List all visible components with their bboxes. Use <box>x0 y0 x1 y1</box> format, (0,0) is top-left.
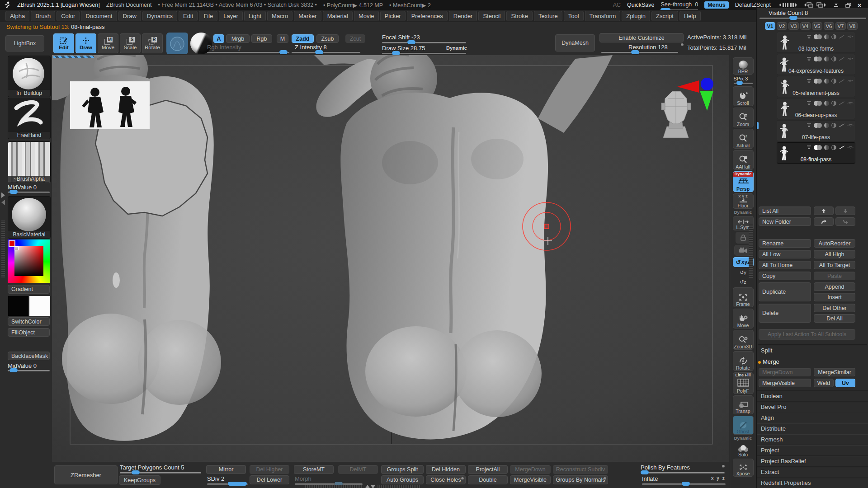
merge-down-button[interactable]: MergeDown <box>759 368 811 376</box>
eye-icon[interactable] <box>847 123 854 127</box>
transparency-button[interactable]: Transp <box>733 395 754 414</box>
brush-icon[interactable] <box>839 56 845 61</box>
zcut-toggle[interactable]: Zcut <box>345 34 365 43</box>
menu-preferences[interactable]: Preferences <box>407 11 448 21</box>
contrast-icon[interactable] <box>831 56 836 61</box>
gy-button[interactable]: ↺y <box>737 268 750 277</box>
inflate-slider[interactable] <box>642 483 726 485</box>
polish-by-features-slider[interactable] <box>641 472 725 474</box>
flatten-arrow-icon[interactable] <box>807 79 811 83</box>
projectall-button[interactable]: ProjectAll <box>468 465 508 474</box>
menus-toggle[interactable]: Menus <box>704 1 729 9</box>
contrast-icon[interactable] <box>831 123 836 128</box>
sdiv-slider[interactable] <box>207 483 248 485</box>
tab-v4[interactable]: V4 <box>800 22 811 30</box>
section-align[interactable]: Align <box>757 412 868 422</box>
eye-icon[interactable] <box>847 101 854 105</box>
auto-groups-button[interactable]: Auto Groups <box>381 475 424 484</box>
half-visibility-icon[interactable] <box>824 123 829 128</box>
double-button[interactable]: Double <box>468 475 508 484</box>
contrast-icon[interactable] <box>831 101 836 106</box>
right-tray-scrollbar[interactable] <box>749 224 753 278</box>
secondary-color-swatch[interactable] <box>29 296 51 316</box>
menu-document[interactable]: Document <box>81 11 117 21</box>
section-boolean[interactable]: Boolean <box>757 390 868 401</box>
gradient-button[interactable]: Gradient <box>8 285 50 294</box>
menu-dynamics[interactable]: Dynamics <box>142 11 177 21</box>
solo-button[interactable]: Solo <box>733 442 754 457</box>
draw-mode-button[interactable]: Draw <box>75 33 96 53</box>
half-visibility-icon[interactable] <box>824 101 829 106</box>
collapse-left-tray-icon[interactable] <box>777 2 797 8</box>
zsub-toggle[interactable]: Zsub <box>316 34 339 43</box>
move-3d-button[interactable]: Move <box>733 309 754 328</box>
weld-button[interactable]: Weld <box>814 379 834 387</box>
resolution-slider[interactable] <box>601 52 678 53</box>
all-to-home-button[interactable]: All To Home <box>759 261 811 269</box>
subtool-row[interactable]: 04-expressive-features <box>777 54 855 75</box>
menu-alpha[interactable]: Alpha <box>5 11 29 21</box>
polyframe-button[interactable]: Line Fill PolyF <box>733 372 754 394</box>
menu-brush[interactable]: Brush <box>31 11 55 21</box>
eye-icon[interactable] <box>847 57 854 61</box>
flatten-arrow-icon[interactable] <box>807 34 811 39</box>
subtool-row[interactable]: 07-life-pass <box>777 120 855 141</box>
xpose-button[interactable]: Xpose <box>733 459 754 477</box>
storemt-button[interactable]: StoreMT <box>294 465 334 474</box>
reconstruct-subdiv-button[interactable]: Reconstruct Subdiv <box>553 465 608 474</box>
current-material-sphere[interactable] <box>190 33 212 54</box>
mergevisible-button[interactable]: MergeVisible <box>510 475 551 484</box>
morph-slider[interactable] <box>295 483 363 485</box>
del-lower-button[interactable]: Del Lower <box>250 475 289 484</box>
del-higher-button[interactable]: Del Higher <box>250 465 289 474</box>
rename-button[interactable]: Rename <box>759 239 811 248</box>
del-other-button[interactable]: Del Other <box>814 304 855 312</box>
color-sv-square[interactable] <box>14 246 43 276</box>
eye-icon[interactable] <box>847 35 854 39</box>
tab-v7[interactable]: V7 <box>835 22 846 30</box>
panel-arrange-icons[interactable] <box>803 2 827 8</box>
move-down-folder-button[interactable] <box>835 217 855 226</box>
subtool-row[interactable]: 05-refinement-pass <box>777 76 855 97</box>
subtool-row[interactable]: 06-clean-up-pass <box>777 98 855 119</box>
section-distribute[interactable]: Distribute <box>757 423 868 433</box>
groups-by-normals-dot[interactable] <box>604 477 606 480</box>
tab-v3[interactable]: V3 <box>788 22 799 30</box>
list-all-button[interactable]: List All <box>759 206 811 215</box>
bottom-scrollbar-left[interactable] <box>305 485 363 488</box>
half-visibility-icon[interactable] <box>824 34 829 39</box>
move-subtool-up-button[interactable] <box>814 206 834 215</box>
menu-texture[interactable]: Texture <box>534 11 562 21</box>
move-mode-button[interactable]: M Move <box>98 33 118 53</box>
sculpt-scene[interactable] <box>52 55 729 462</box>
del-all-button[interactable]: Del All <box>814 314 855 323</box>
current-brush-preview[interactable] <box>166 33 188 54</box>
del-hidden-button[interactable]: Del Hidden <box>426 465 466 474</box>
menu-macro[interactable]: Macro <box>267 11 292 21</box>
backface-mask-button[interactable]: BackfaceMask <box>8 352 50 360</box>
switch-color-button[interactable]: SwitchColor <box>8 317 50 326</box>
close-holes-button[interactable]: Close Holes <box>426 475 466 484</box>
half-visibility-icon[interactable] <box>824 145 829 150</box>
brush-icon[interactable] <box>839 79 845 83</box>
flatten-arrow-icon[interactable] <box>807 56 811 61</box>
section-project[interactable]: Project <box>757 445 868 455</box>
default-zscript-button[interactable]: DefaultZScript <box>735 2 771 8</box>
delmt-button[interactable]: DelMT <box>338 465 378 474</box>
uv-button[interactable]: Uv <box>835 379 855 387</box>
zoom-button[interactable]: Zoom <box>733 108 754 127</box>
tab-v5[interactable]: V5 <box>812 22 822 30</box>
all-to-target-button[interactable]: All To Target <box>814 261 855 269</box>
rotate-3d-button[interactable]: Rotate <box>733 351 754 371</box>
see-through-slider[interactable]: See-through 0 <box>660 1 698 9</box>
mergedown-button[interactable]: MergeDown <box>510 465 551 474</box>
paste-button[interactable]: Paste <box>814 272 855 280</box>
polypaint-circles-icon[interactable] <box>814 34 822 39</box>
menu-stencil[interactable]: Stencil <box>478 11 505 21</box>
eye-icon[interactable] <box>847 145 854 150</box>
polish-dot-indicator[interactable] <box>722 465 725 468</box>
polypaint-circles-icon[interactable] <box>814 56 822 61</box>
menu-tool[interactable]: Tool <box>564 11 584 21</box>
tab-v6[interactable]: V6 <box>824 22 834 30</box>
alpha-selector[interactable]: ~BrushAlpha <box>8 141 51 183</box>
